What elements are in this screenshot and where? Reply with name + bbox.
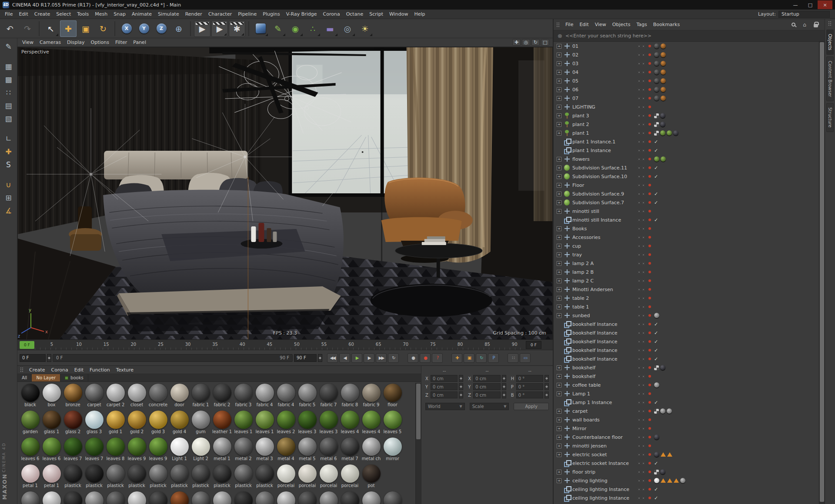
matgray-tag-icon[interactable]: [660, 408, 665, 414]
material-unnamed[interactable]: [62, 491, 84, 504]
editor-visibility-dot[interactable]: [638, 436, 641, 439]
material-unnamed[interactable]: [275, 491, 297, 504]
quantize-icon[interactable]: ∡: [2, 204, 16, 217]
material-leaves-5[interactable]: leaves 5: [382, 410, 403, 437]
autokey-button[interactable]: ●: [420, 353, 431, 363]
object-row-subdivision-surface-7[interactable]: +Subdivision Surface.7✓: [554, 198, 819, 207]
frame-range-slider[interactable]: 0 F 90 F: [53, 354, 293, 362]
coordinate-spinner[interactable]: [459, 375, 463, 382]
visibility-dots[interactable]: [638, 323, 647, 326]
editor-visibility-dot[interactable]: [638, 106, 641, 109]
viewport-menu-options[interactable]: Options: [88, 40, 112, 45]
material-leaves-7[interactable]: leaves 7: [62, 437, 84, 464]
timeline-frame-55[interactable]: 55: [321, 342, 327, 347]
menu-render[interactable]: Render: [182, 11, 205, 17]
expand-icon[interactable]: +: [557, 131, 561, 136]
object-row-books[interactable]: +Books: [554, 224, 819, 233]
material-leaves-2[interactable]: leaves 2: [275, 410, 297, 437]
object-row-minotti-jensen[interactable]: +minotti jensen: [554, 441, 819, 450]
editor-visibility-dot[interactable]: [638, 62, 641, 65]
visibility-dots[interactable]: [638, 471, 647, 474]
object-row-floor[interactable]: +Floor: [554, 181, 819, 189]
expand-icon[interactable]: +: [557, 296, 561, 301]
editor-visibility-dot[interactable]: [638, 158, 641, 161]
object-row-bookshelf-instance[interactable]: bookshelf Instance✓: [554, 337, 819, 346]
material-metal-4[interactable]: metal 4: [275, 437, 297, 464]
visibility-dots[interactable]: [638, 314, 647, 317]
visibility-dots[interactable]: [638, 488, 647, 491]
expand-icon[interactable]: +: [557, 374, 561, 379]
render-settings-icon[interactable]: ✱: [229, 20, 245, 37]
editor-visibility-dot[interactable]: [638, 45, 641, 48]
render-visibility-dot[interactable]: [642, 106, 645, 109]
object-row-05[interactable]: +05: [554, 76, 819, 85]
ogear-tag-icon[interactable]: [654, 78, 659, 83]
editor-visibility-dot[interactable]: [638, 53, 641, 56]
texture-tag-icon[interactable]: [654, 470, 659, 474]
render-visibility-dot[interactable]: [642, 288, 645, 291]
ogear-tag-icon[interactable]: [654, 43, 659, 49]
visibility-dots[interactable]: [638, 140, 647, 143]
om-menu-objects[interactable]: Objects: [609, 22, 634, 27]
expand-icon[interactable]: +: [557, 44, 561, 49]
object-row-minotti-andersen[interactable]: +Minotti Andersen: [554, 285, 819, 294]
expand-icon[interactable]: +: [557, 244, 561, 249]
expand-icon[interactable]: +: [557, 383, 561, 388]
timeline-frame-90[interactable]: 90: [512, 342, 518, 347]
object-row-06[interactable]: +06: [554, 85, 819, 94]
view-label[interactable]: Perspective: [21, 49, 49, 55]
editor-visibility-dot[interactable]: [638, 219, 641, 222]
material-leather-1[interactable]: leather 1: [211, 410, 233, 437]
current-frame-marker[interactable]: 0 F: [20, 341, 34, 349]
timeline-frame-75[interactable]: 75: [430, 342, 436, 347]
material-unnamed[interactable]: [233, 491, 254, 504]
matgray-tag-icon[interactable]: [654, 313, 659, 318]
object-row-plant-1-instance[interactable]: plant 1 Instance✓: [554, 146, 819, 155]
coordinate-field-b[interactable]: 0 °: [516, 391, 543, 398]
x-axis-lock-icon[interactable]: X: [118, 20, 135, 37]
material-unnamed[interactable]: [254, 491, 275, 504]
current-frame-spinner[interactable]: [47, 354, 51, 362]
editor-visibility-dot[interactable]: [638, 471, 641, 474]
light-icon[interactable]: ☀: [357, 20, 373, 37]
ogear-tag-icon[interactable]: [654, 96, 659, 101]
editor-visibility-dot[interactable]: [638, 114, 641, 117]
materials-menu-create[interactable]: Create: [26, 367, 48, 373]
object-row-accessories[interactable]: +Accessories: [554, 233, 819, 242]
texture-tag-icon[interactable]: [654, 122, 659, 127]
viewport-menu-view[interactable]: View: [19, 40, 37, 45]
array-modeling-icon[interactable]: ∴: [304, 20, 321, 37]
expand-icon[interactable]: +: [557, 183, 561, 188]
material-plastick[interactable]: plastick: [190, 464, 211, 491]
render-visibility-dot[interactable]: [642, 418, 645, 421]
render-visibility-dot[interactable]: [642, 271, 645, 274]
timeline-frame-30[interactable]: 30: [185, 342, 191, 347]
coordinate-spinner[interactable]: [502, 375, 506, 382]
render-visibility-dot[interactable]: [642, 479, 645, 482]
render-visibility-dot[interactable]: [642, 410, 645, 413]
material-glass-2[interactable]: glass 2: [62, 410, 84, 437]
material-bronze[interactable]: bronze: [62, 383, 84, 410]
object-row-carpet[interactable]: +carpet: [554, 407, 819, 415]
expand-icon[interactable]: +: [557, 270, 561, 275]
menu-simulate[interactable]: Simulate: [155, 11, 182, 17]
viewport-solo-icon[interactable]: S: [2, 158, 16, 171]
menu-v-ray-bridge[interactable]: V-Ray Bridge: [283, 11, 320, 17]
material-leaves-3[interactable]: leaves 3: [297, 410, 318, 437]
editor-visibility-dot[interactable]: [638, 149, 641, 152]
visibility-dots[interactable]: [638, 192, 647, 196]
side-tab-structure[interactable]: Structure: [826, 103, 834, 132]
object-row-tray[interactable]: +tray: [554, 250, 819, 259]
object-row-lamp-1-instance[interactable]: Lamp 1 Instance✓: [554, 398, 819, 407]
material-leaves-6[interactable]: leaves 6: [41, 437, 62, 464]
object-row-lamp-2-b[interactable]: +lamp 2 B: [554, 268, 819, 276]
visibility-dots[interactable]: [638, 166, 647, 169]
oorb-tag-icon[interactable]: [661, 70, 666, 75]
render-visibility-dot[interactable]: [642, 53, 645, 56]
side-tab-objects[interactable]: Objects: [826, 30, 834, 55]
material-floor[interactable]: floor: [382, 383, 403, 410]
object-row-subdivision-surface-10[interactable]: +Subdivision Surface.10✓: [554, 172, 819, 181]
editor-visibility-dot[interactable]: [638, 375, 641, 378]
object-row-wall-boards[interactable]: +wall boards: [554, 415, 819, 424]
material-unnamed[interactable]: [147, 491, 169, 504]
